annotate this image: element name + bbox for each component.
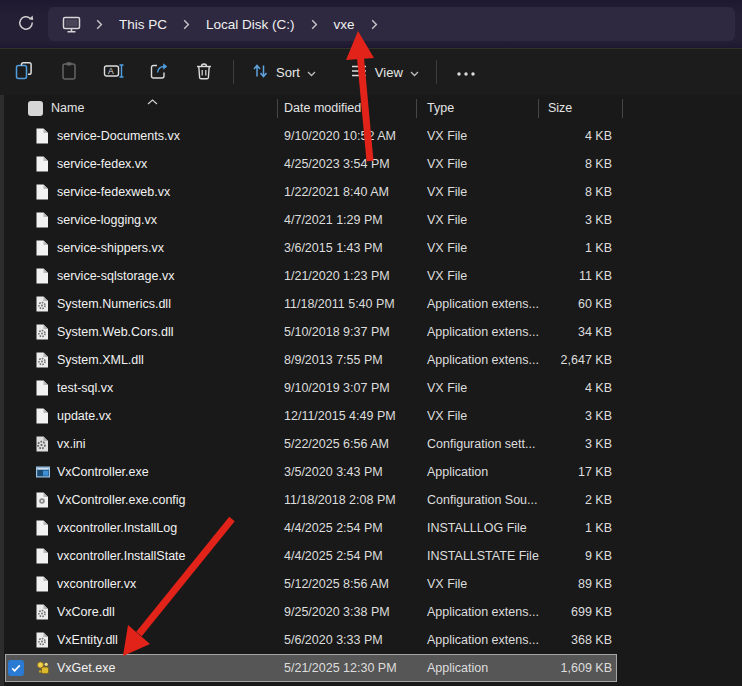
file-row[interactable]: System.XML.dll8/9/2013 7:55 PMApplicatio…: [5, 346, 617, 374]
copy-icon: [14, 61, 34, 84]
refresh-button[interactable]: [10, 9, 42, 39]
view-button[interactable]: View: [340, 55, 429, 90]
file-type: Application: [427, 661, 488, 675]
file-name[interactable]: VxCore.dll: [57, 605, 115, 619]
file-row[interactable]: service-fedexweb.vx1/22/2021 8:40 AMVX F…: [5, 178, 617, 206]
paste-icon: [59, 61, 79, 84]
file-row[interactable]: service-shippers.vx3/6/2015 1:43 PMVX Fi…: [5, 234, 617, 262]
select-all-checkbox[interactable]: [28, 101, 43, 116]
column-separator[interactable]: [622, 99, 623, 118]
file-name[interactable]: vxcontroller.InstallLog: [57, 521, 177, 535]
paste-button[interactable]: [46, 54, 91, 90]
file-name[interactable]: service-shippers.vx: [57, 241, 164, 255]
delete-button[interactable]: [181, 54, 226, 90]
file-row[interactable]: service-Documents.vx9/10/2020 10:52 AMVX…: [5, 122, 617, 150]
file-explorer-window: This PC Local Disk (C:) vxe: [0, 0, 742, 686]
file-name[interactable]: VxController.exe.config: [57, 493, 186, 507]
file-date-modified: 1/22/2021 8:40 AM: [284, 185, 389, 199]
column-header-size[interactable]: Size: [548, 101, 572, 115]
file-row[interactable]: service-logging.vx4/7/2021 1:29 PMVX Fil…: [5, 206, 617, 234]
file-size: 2 KB: [490, 493, 612, 507]
column-separator[interactable]: [538, 99, 539, 118]
column-separator[interactable]: [277, 99, 278, 118]
file-row[interactable]: test-sql.vx9/10/2019 3:07 PMVX File4 KB: [5, 374, 617, 402]
ini-file-icon: [35, 436, 51, 452]
file-file-icon: [35, 408, 51, 424]
file-size: 4 KB: [490, 381, 612, 395]
see-more-button[interactable]: [444, 54, 489, 90]
file-file-icon: [35, 268, 51, 284]
file-name[interactable]: vxcontroller.InstallState: [57, 549, 186, 563]
column-header-name[interactable]: Name: [51, 101, 84, 115]
sort-button[interactable]: Sort: [241, 54, 326, 91]
file-row[interactable]: vxcontroller.vx5/12/2025 8:56 AMVX File8…: [5, 570, 617, 598]
file-file-icon: [35, 520, 51, 536]
breadcrumb-chevron-icon[interactable]: [364, 19, 385, 30]
refresh-icon: [17, 14, 35, 35]
file-row[interactable]: vxcontroller.InstallState4/4/2025 2:54 P…: [5, 542, 617, 570]
file-name[interactable]: test-sql.vx: [57, 381, 113, 395]
file-file-icon: [35, 548, 51, 564]
file-type: VX File: [427, 241, 467, 255]
file-row[interactable]: VxGet.exe5/21/2025 12:30 PMApplication1,…: [5, 654, 617, 682]
file-name[interactable]: VxController.exe: [57, 465, 149, 479]
file-size: 17 KB: [490, 465, 612, 479]
file-date-modified: 5/22/2025 6:56 AM: [284, 437, 389, 451]
file-size: 368 KB: [490, 633, 612, 647]
sort-ascending-icon: [147, 94, 158, 108]
address-bar[interactable]: This PC Local Disk (C:) vxe: [48, 7, 735, 41]
file-date-modified: 1/21/2020 1:23 PM: [284, 269, 390, 283]
file-type: VX File: [427, 129, 467, 143]
share-button[interactable]: [136, 54, 181, 90]
file-date-modified: 11/18/2011 5:40 PM: [284, 297, 395, 311]
file-row[interactable]: VxController.exe.config11/18/2018 2:08 P…: [5, 486, 617, 514]
file-name[interactable]: service-fedex.vx: [57, 157, 147, 171]
file-name[interactable]: service-sqlstorage.vx: [57, 269, 174, 283]
breadcrumb-vxe[interactable]: vxe: [325, 12, 364, 37]
file-name[interactable]: System.XML.dll: [57, 353, 144, 367]
file-type: VX File: [427, 381, 467, 395]
file-row[interactable]: service-sqlstorage.vx1/21/2020 1:23 PMVX…: [5, 262, 617, 290]
row-checkbox-checked[interactable]: [8, 660, 24, 676]
file-name[interactable]: VxGet.exe: [57, 661, 115, 675]
file-row[interactable]: VxEntity.dll5/6/2020 3:33 PMApplication …: [5, 626, 617, 654]
file-name[interactable]: service-fedexweb.vx: [57, 185, 170, 199]
more-icon: [456, 65, 476, 80]
file-row[interactable]: System.Numerics.dll11/18/2011 5:40 PMApp…: [5, 290, 617, 318]
file-row[interactable]: service-fedex.vx4/25/2023 3:54 PMVX File…: [5, 150, 617, 178]
file-list: Name Date modified Type Size service-Doc…: [0, 95, 742, 686]
file-name[interactable]: service-logging.vx: [57, 213, 157, 227]
file-name[interactable]: System.Numerics.dll: [57, 297, 171, 311]
file-date-modified: 11/18/2018 2:08 PM: [284, 493, 396, 507]
file-row[interactable]: VxCore.dll9/25/2020 3:38 PMApplication e…: [5, 598, 617, 626]
column-header-type[interactable]: Type: [427, 101, 454, 115]
file-size: 9 KB: [490, 549, 612, 563]
rename-button[interactable]: A: [91, 54, 136, 90]
file-row[interactable]: update.vx12/11/2015 4:49 PMVX File3 KB: [5, 402, 617, 430]
file-row[interactable]: System.Web.Cors.dll5/10/2018 9:37 PMAppl…: [5, 318, 617, 346]
file-name[interactable]: update.vx: [57, 409, 111, 423]
delete-icon: [194, 61, 214, 84]
breadcrumb-this-pc[interactable]: This PC: [110, 12, 176, 37]
breadcrumb-chevron-icon[interactable]: [176, 19, 197, 30]
file-name[interactable]: service-Documents.vx: [57, 129, 180, 143]
file-date-modified: 5/10/2018 9:37 PM: [284, 325, 390, 339]
file-size: 1 KB: [490, 521, 612, 535]
file-row[interactable]: VxController.exe3/5/2020 3:43 PMApplicat…: [5, 458, 617, 486]
file-name[interactable]: VxEntity.dll: [57, 633, 118, 647]
file-name[interactable]: System.Web.Cors.dll: [57, 325, 173, 339]
file-file-icon: [35, 156, 51, 172]
breadcrumb-chevron-icon[interactable]: [304, 19, 325, 30]
file-row[interactable]: vxcontroller.InstallLog4/4/2025 2:54 PMI…: [5, 514, 617, 542]
file-name[interactable]: vxcontroller.vx: [57, 577, 136, 591]
breadcrumb-local-disk-c[interactable]: Local Disk (C:): [197, 12, 304, 37]
file-row[interactable]: vx.ini5/22/2025 6:56 AMConfiguration set…: [5, 430, 617, 458]
column-header-date-modified[interactable]: Date modified: [284, 101, 361, 115]
copy-button[interactable]: [1, 54, 46, 90]
file-name[interactable]: vx.ini: [57, 437, 85, 451]
file-date-modified: 4/7/2021 1:29 PM: [284, 213, 383, 227]
breadcrumb-chevron-icon[interactable]: [89, 19, 110, 30]
column-separator[interactable]: [416, 99, 417, 118]
file-size: 1 KB: [490, 241, 612, 255]
chevron-down-icon: [307, 65, 316, 80]
